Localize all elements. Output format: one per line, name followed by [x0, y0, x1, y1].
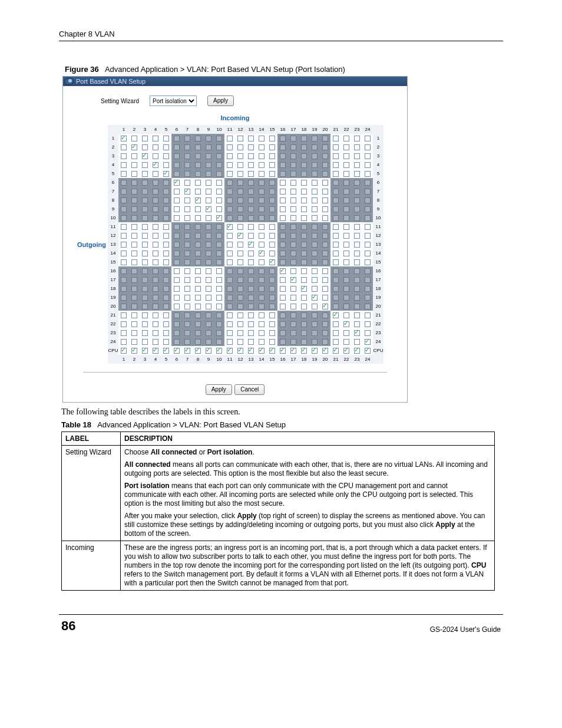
port-checkbox[interactable] [343, 197, 349, 203]
port-checkbox[interactable] [365, 348, 371, 354]
port-checkbox[interactable] [322, 339, 328, 345]
port-checkbox[interactable] [227, 330, 233, 336]
port-checkbox[interactable] [216, 162, 222, 168]
port-checkbox[interactable] [269, 189, 275, 195]
port-checkbox[interactable] [322, 206, 328, 212]
port-checkbox[interactable] [343, 321, 349, 327]
port-checkbox[interactable] [290, 312, 296, 318]
port-checkbox[interactable] [227, 224, 233, 230]
port-checkbox[interactable] [280, 171, 286, 177]
port-checkbox[interactable] [237, 215, 243, 221]
port-checkbox[interactable] [142, 197, 148, 203]
port-checkbox[interactable] [142, 339, 148, 345]
port-checkbox[interactable] [290, 233, 296, 239]
port-checkbox[interactable] [290, 180, 296, 186]
port-checkbox[interactable] [343, 277, 349, 283]
port-checkbox[interactable] [206, 321, 211, 327]
port-checkbox[interactable] [301, 224, 307, 230]
port-checkbox[interactable] [354, 189, 360, 195]
port-checkbox[interactable] [121, 268, 127, 274]
port-checkbox[interactable] [322, 189, 328, 195]
port-checkbox[interactable] [131, 312, 137, 318]
port-checkbox[interactable] [153, 144, 158, 150]
port-checkbox[interactable] [269, 251, 275, 256]
port-checkbox[interactable] [206, 251, 211, 256]
port-checkbox[interactable] [184, 295, 190, 301]
port-checkbox[interactable] [142, 162, 148, 168]
port-checkbox[interactable] [237, 259, 243, 265]
port-checkbox[interactable] [301, 251, 307, 256]
port-checkbox[interactable] [248, 277, 254, 283]
port-checkbox[interactable] [227, 348, 233, 354]
port-checkbox[interactable] [259, 171, 265, 177]
port-checkbox[interactable] [174, 312, 180, 318]
port-checkbox[interactable] [365, 233, 371, 239]
port-checkbox[interactable] [227, 295, 233, 301]
port-checkbox[interactable] [131, 162, 137, 168]
port-checkbox[interactable] [163, 233, 169, 239]
port-checkbox[interactable] [163, 321, 169, 327]
port-checkbox[interactable] [153, 348, 158, 354]
port-checkbox[interactable] [290, 242, 296, 248]
port-checkbox[interactable] [322, 224, 328, 230]
port-checkbox[interactable] [174, 339, 180, 345]
port-checkbox[interactable] [333, 233, 339, 239]
port-checkbox[interactable] [142, 136, 148, 141]
port-checkbox[interactable] [174, 330, 180, 336]
port-checkbox[interactable] [343, 348, 349, 354]
port-checkbox[interactable] [121, 242, 127, 248]
port-checkbox[interactable] [280, 189, 286, 195]
port-checkbox[interactable] [333, 189, 339, 195]
port-checkbox[interactable] [174, 171, 180, 177]
port-checkbox[interactable] [312, 233, 318, 239]
port-checkbox[interactable] [333, 295, 339, 301]
port-checkbox[interactable] [121, 233, 127, 239]
port-checkbox[interactable] [195, 268, 201, 274]
port-checkbox[interactable] [280, 215, 286, 221]
port-checkbox[interactable] [216, 339, 222, 345]
port-checkbox[interactable] [237, 233, 243, 239]
port-checkbox[interactable] [312, 295, 318, 301]
port-checkbox[interactable] [290, 304, 296, 309]
port-checkbox[interactable] [121, 312, 127, 318]
port-checkbox[interactable] [153, 153, 158, 159]
port-checkbox[interactable] [184, 189, 190, 195]
port-checkbox[interactable] [153, 251, 158, 256]
port-checkbox[interactable] [142, 144, 148, 150]
port-checkbox[interactable] [206, 180, 211, 186]
port-checkbox[interactable] [259, 144, 265, 150]
port-checkbox[interactable] [121, 171, 127, 177]
port-checkbox[interactable] [269, 171, 275, 177]
port-checkbox[interactable] [153, 162, 158, 168]
port-checkbox[interactable] [269, 153, 275, 159]
port-checkbox[interactable] [174, 162, 180, 168]
port-checkbox[interactable] [280, 251, 286, 256]
port-checkbox[interactable] [174, 348, 180, 354]
port-checkbox[interactable] [365, 197, 371, 203]
port-checkbox[interactable] [280, 180, 286, 186]
port-checkbox[interactable] [248, 180, 254, 186]
port-checkbox[interactable] [290, 259, 296, 265]
port-checkbox[interactable] [153, 215, 158, 221]
port-checkbox[interactable] [343, 215, 349, 221]
port-checkbox[interactable] [322, 286, 328, 292]
port-checkbox[interactable] [322, 215, 328, 221]
port-checkbox[interactable] [121, 277, 127, 283]
port-checkbox[interactable] [237, 224, 243, 230]
port-checkbox[interactable] [206, 215, 211, 221]
port-checkbox[interactable] [195, 206, 201, 212]
port-checkbox[interactable] [365, 153, 371, 159]
port-checkbox[interactable] [365, 295, 371, 301]
port-checkbox[interactable] [195, 330, 201, 336]
port-checkbox[interactable] [227, 233, 233, 239]
port-checkbox[interactable] [312, 321, 318, 327]
port-checkbox[interactable] [248, 312, 254, 318]
port-checkbox[interactable] [248, 206, 254, 212]
port-checkbox[interactable] [184, 215, 190, 221]
port-checkbox[interactable] [163, 339, 169, 345]
port-checkbox[interactable] [280, 304, 286, 309]
port-checkbox[interactable] [259, 197, 265, 203]
port-checkbox[interactable] [333, 348, 339, 354]
port-checkbox[interactable] [153, 286, 158, 292]
port-checkbox[interactable] [333, 259, 339, 265]
